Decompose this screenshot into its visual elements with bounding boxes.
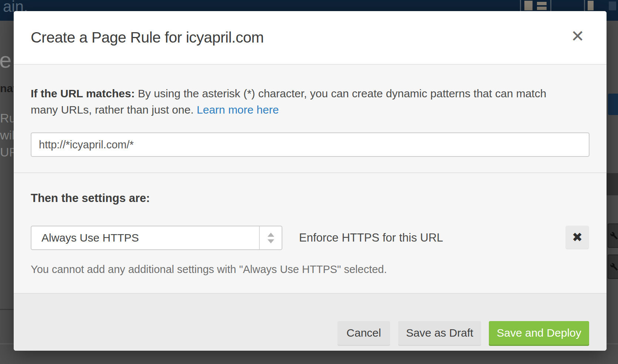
- modal-title: Create a Page Rule for icyapril.com: [31, 11, 264, 64]
- background-divider: [0, 309, 14, 310]
- settings-section: Then the settings are: Always Use HTTPS …: [14, 174, 607, 304]
- background-table-header: [606, 173, 618, 195]
- modal-footer: Cancel Save as Draft Save and Deploy: [14, 293, 607, 351]
- background-divider: [607, 343, 618, 344]
- url-match-label: If the URL matches:: [31, 87, 135, 100]
- save-as-draft-button[interactable]: Save as Draft: [398, 321, 481, 345]
- setting-select[interactable]: Always Use HTTPS: [31, 226, 282, 250]
- learn-more-link[interactable]: Learn more here: [197, 104, 279, 116]
- background-heading-fragment: e: [0, 47, 11, 73]
- url-pattern-input[interactable]: [31, 132, 590, 157]
- create-page-rule-modal: Create a Page Rule for icyapril.com ✕ If…: [14, 11, 607, 351]
- url-match-description: If the URL matches: By using the asteris…: [31, 85, 571, 118]
- modal-header: Create a Page Rule for icyapril.com ✕: [14, 11, 607, 65]
- background-blue-button: [608, 94, 618, 115]
- chevron-up-icon: [268, 233, 274, 237]
- layout-columns-icon: [520, 0, 553, 11]
- wrench-icon: [608, 255, 618, 279]
- setting-select-value: Always Use HTTPS: [41, 226, 139, 249]
- chevron-down-icon: [268, 239, 274, 243]
- close-icon[interactable]: ✕: [567, 25, 589, 47]
- remove-icon: ✖: [572, 230, 583, 245]
- cancel-button[interactable]: Cancel: [337, 321, 390, 345]
- settings-heading: Then the settings are:: [31, 192, 150, 205]
- setting-note: You cannot add any additional settings w…: [31, 263, 387, 276]
- remove-setting-button[interactable]: ✖: [565, 226, 589, 249]
- url-match-section: If the URL matches: By using the asteris…: [14, 65, 607, 173]
- background-divider: [0, 343, 14, 344]
- layout-panel-icon: [584, 0, 595, 11]
- wrench-icon: [608, 223, 618, 248]
- setting-description: Enforce HTTPS for this URL: [299, 226, 443, 250]
- save-and-deploy-button[interactable]: Save and Deploy: [489, 321, 589, 345]
- topbar-partial-icon: [609, 0, 618, 11]
- select-stepper-icon: [259, 226, 282, 249]
